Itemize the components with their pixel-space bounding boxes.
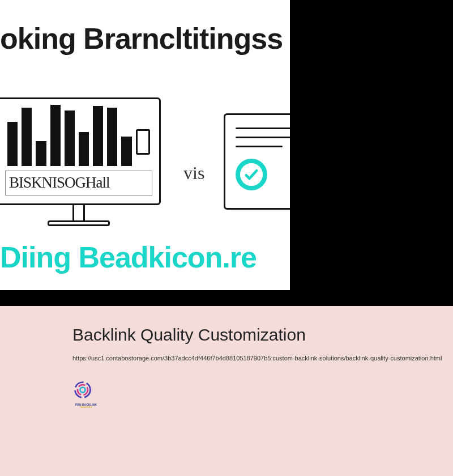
- monitors-row: BISKNISOGHall vis: [0, 91, 290, 232]
- bar-7: [93, 106, 103, 166]
- bar-2: [22, 108, 32, 166]
- text-line-icon: [236, 128, 290, 129]
- svg-point-1: [78, 385, 88, 395]
- bar-8: [107, 108, 117, 166]
- monitor-left-stand: [72, 205, 85, 222]
- check-row: [236, 159, 290, 190]
- bar-5: [65, 110, 75, 165]
- info-panel: Backlink Quality Customization https://u…: [0, 306, 453, 476]
- hero-title-bottom: Diing Beadkicon.re: [0, 240, 257, 274]
- hero-row: oking Brarncltitingss: [0, 0, 453, 290]
- text-line-icon: [236, 137, 290, 138]
- bar-4: [50, 105, 61, 166]
- bar-chart: [5, 105, 152, 166]
- speaker-icon: [136, 129, 150, 155]
- chart-x-axis-box: BISKNISOGHall: [5, 171, 152, 196]
- monitor-left: BISKNISOGHall: [0, 97, 161, 226]
- monitor-left-base: [48, 220, 110, 226]
- divider-bar: [0, 290, 453, 306]
- hero-black-panel: [290, 0, 453, 290]
- checkmark-circle-icon: [236, 159, 267, 190]
- bar-3: [36, 141, 46, 165]
- vis-label: vis: [183, 140, 204, 184]
- svg-point-2: [80, 388, 86, 393]
- hero-title-top: oking Brarncltitingss: [0, 22, 283, 56]
- hero-illustration: oking Brarncltitingss: [0, 0, 290, 290]
- bar-9: [121, 137, 131, 166]
- monitor-right: [224, 113, 290, 210]
- chart-x-axis-label: BISKNISOGHall: [9, 174, 110, 192]
- swirl-icon: [72, 380, 93, 400]
- monitor-left-screen: BISKNISOGHall: [0, 97, 161, 205]
- bar-1: [7, 122, 18, 166]
- text-line-icon: [236, 146, 283, 147]
- bar-6: [79, 132, 89, 165]
- source-url[interactable]: https://usc1.contabostorage.com/3b37adcc…: [72, 355, 443, 362]
- monitor-right-screen: [224, 113, 290, 210]
- brand-logo: PBN BACKLINK SERVICES: [72, 380, 100, 407]
- page-title: Backlink Quality Customization: [72, 325, 443, 345]
